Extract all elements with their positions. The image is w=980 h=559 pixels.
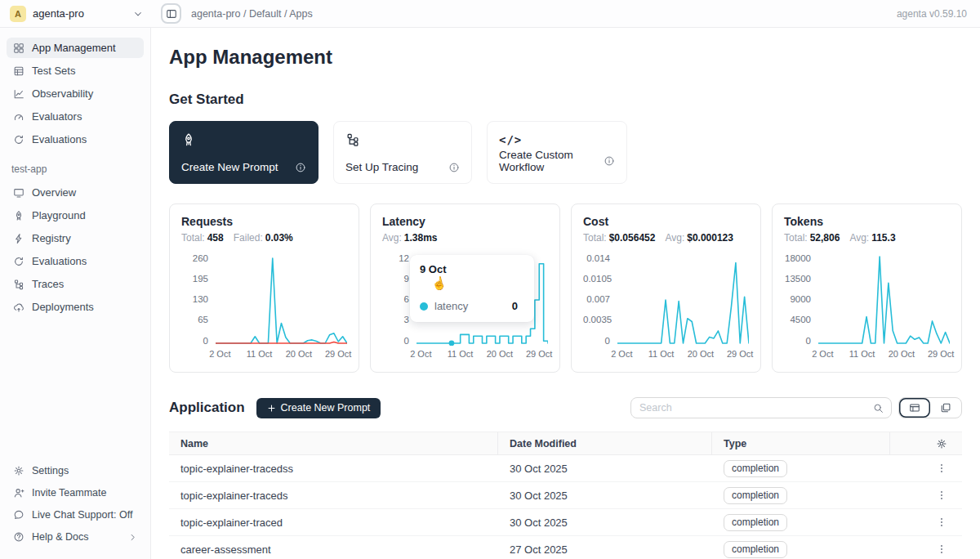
x-axis-ticks: 2 Oct11 Oct20 Oct29 Oct: [216, 349, 347, 360]
column-header-date-modified: Date Modified: [498, 432, 712, 454]
sidebar-item-label: Overview: [32, 186, 76, 199]
lightning-icon: [13, 233, 24, 244]
search-icon[interactable]: [873, 403, 884, 414]
plus-icon: [267, 404, 276, 413]
applications-table: Name Date Modified Type topic-explainer-…: [169, 432, 962, 559]
gauge-icon: [13, 111, 24, 123]
row-menu-button[interactable]: [936, 543, 947, 555]
app-name: topic-explainer-traceds: [169, 490, 498, 502]
table-row-topic-explainer-traceds[interactable]: topic-explainer-traceds30 Oct 2025comple…: [169, 482, 962, 509]
monitor-icon: [13, 187, 24, 199]
sidebar-item-label: Evaluations: [32, 255, 87, 267]
card-view-button[interactable]: [930, 398, 961, 418]
sidebar-item-label: Test Sets: [32, 65, 75, 77]
sidebar-item-overview[interactable]: Overview: [7, 182, 144, 203]
sidebar-item-live-chat-support-off[interactable]: Live Chat Support: Off: [7, 505, 144, 525]
app-version: agenta v0.59.10: [897, 8, 980, 20]
info-icon[interactable]: [448, 162, 460, 173]
sidebar-item-settings[interactable]: Settings: [7, 461, 144, 481]
chart-plot: [617, 254, 749, 346]
date-modified: 27 Oct 2025: [498, 543, 712, 556]
chart-plot: [216, 254, 347, 346]
sidebar-item-label: Observability: [32, 87, 93, 100]
column-header-name: Name: [169, 432, 498, 454]
create-new-prompt-button[interactable]: Create New Prompt: [256, 398, 381, 418]
rocket-icon: [181, 132, 196, 147]
rocket-icon: [13, 210, 24, 221]
sidebar-item-traces[interactable]: Traces: [7, 274, 144, 294]
sidebar-item-label: Playground: [32, 209, 86, 221]
row-menu-button[interactable]: [936, 490, 947, 501]
get-started-title: Get Started: [169, 92, 962, 108]
search-box: [630, 397, 892, 418]
sidebar-item-test-sets[interactable]: Test Sets: [7, 60, 144, 81]
sidebar-item-help-docs[interactable]: Help & Docs: [7, 527, 144, 547]
chart-title: Tokens: [784, 215, 950, 228]
sidebar-item-evaluations[interactable]: Evaluations: [7, 129, 144, 150]
get-started-card-create-custom-workflow[interactable]: </>Create Custom Workflow: [487, 121, 627, 184]
table-settings-button[interactable]: [890, 432, 962, 454]
sidebar-item-evaluators[interactable]: Evaluators: [7, 106, 144, 127]
create-new-prompt-label: Create New Prompt: [281, 402, 371, 414]
table-row-topic-explainer-traced[interactable]: topic-explainer-traced30 Oct 2025complet…: [169, 509, 962, 536]
chart-title: Cost: [583, 215, 749, 228]
sidebar-item-observability[interactable]: Observability: [7, 83, 144, 104]
table-view-button[interactable]: [899, 398, 930, 418]
dots-vertical-icon: [936, 517, 947, 528]
sidebar-item-label: Evaluators: [32, 110, 82, 123]
refresh-icon: [13, 256, 24, 267]
view-toggle: [898, 397, 962, 418]
chart-card-requests: RequestsTotal:458Failed:0.03%26019513065…: [169, 203, 359, 373]
sidebar-item-deployments[interactable]: Deployments: [7, 297, 144, 317]
chart-card-tokens: TokensTotal:52,806Avg:115.31800013500900…: [772, 203, 962, 373]
info-icon[interactable]: [295, 162, 306, 173]
search-icon: [873, 403, 884, 414]
series-dot: [420, 302, 428, 311]
application-header: Application Create New Prompt: [169, 397, 962, 418]
sidebar-item-label: Traces: [32, 278, 64, 290]
card-label: Set Up Tracing: [345, 161, 418, 173]
tree-icon: [13, 279, 24, 290]
row-menu-button[interactable]: [936, 463, 947, 474]
sidebar-item-label: Help & Docs: [32, 531, 88, 543]
column-header-type: Type: [712, 432, 890, 454]
sidebar-collapse-button[interactable]: [161, 3, 181, 24]
search-input[interactable]: [639, 402, 873, 414]
sidebar-item-label: App Management: [32, 42, 116, 54]
get-started-card-create-new-prompt[interactable]: Create New Prompt: [169, 121, 318, 184]
chat-icon: [13, 509, 24, 521]
table-row-career-assessment[interactable]: career-assessment27 Oct 2025completion: [169, 536, 962, 559]
sidebar-item-playground[interactable]: Playground: [7, 205, 144, 226]
sidebar-item-registry[interactable]: Registry: [7, 228, 144, 248]
sidebar-item-invite-teammate[interactable]: Invite Teammate: [7, 483, 144, 503]
metrics-charts-row: RequestsTotal:458Failed:0.03%26019513065…: [169, 203, 962, 373]
y-axis-ticks: 260195130650: [181, 254, 216, 346]
dots-vertical-icon: [936, 543, 947, 555]
date-modified: 30 Oct 2025: [498, 463, 712, 475]
get-started-card-set-up-tracing[interactable]: Set Up Tracing: [333, 121, 472, 184]
type-badge: completion: [724, 487, 787, 504]
date-modified: 30 Oct 2025: [498, 490, 712, 502]
info-icon[interactable]: [604, 155, 615, 167]
chart-stats: Total:458Failed:0.03%: [181, 232, 347, 244]
app-name: topic-explainer-tracedss: [169, 463, 498, 475]
sidebar-item-app-management[interactable]: App Management: [7, 38, 144, 58]
top-bar: A agenta-pro agenta-pro / Default / Apps…: [0, 0, 980, 28]
card-label: Create New Prompt: [181, 161, 278, 173]
sidebar-item-evaluations[interactable]: Evaluations: [7, 251, 144, 271]
breadcrumb: agenta-pro / Default / Apps: [191, 8, 313, 20]
chevron-down-icon: [133, 9, 143, 19]
gear-icon: [13, 465, 24, 476]
row-menu-button[interactable]: [936, 517, 947, 528]
sidebar: App ManagementTest SetsObservabilityEval…: [0, 28, 151, 559]
info-icon: [604, 155, 615, 167]
table-row-topic-explainer-tracedss[interactable]: topic-explainer-tracedss30 Oct 2025compl…: [169, 455, 962, 482]
table-header: Name Date Modified Type: [169, 432, 962, 455]
workspace-selector[interactable]: A agenta-pro: [0, 6, 151, 22]
person-add-icon: [13, 487, 24, 499]
workspace-avatar: A: [10, 6, 26, 22]
sidebar-item-label: Evaluations: [32, 133, 87, 145]
chevron-right-icon: [128, 533, 137, 542]
main-content: App Management Get Started Create New Pr…: [151, 28, 980, 559]
card-label: Create Custom Workflow: [499, 149, 604, 173]
